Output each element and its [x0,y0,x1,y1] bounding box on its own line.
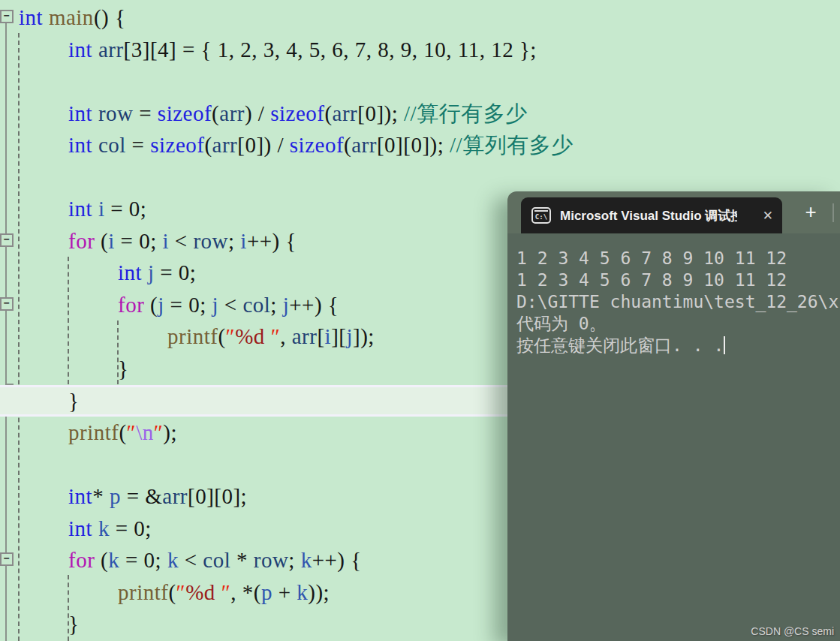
code-line[interactable]: int arr[3][4] = { 1, 2, 3, 4, 5, 6, 7, 8… [0,34,840,66]
code-token: ); [163,420,177,444]
code-token: col [242,293,270,317]
code-token: k [297,580,308,604]
code-token: arr [351,133,377,157]
code-token: ( [95,229,108,253]
code-token: = 0; [154,260,196,284]
terminal-line: 按任意键关闭此窗口. . . [516,335,840,357]
code-token: k [301,548,312,572]
code-token: ″ [154,420,164,444]
code-token: printf [118,580,168,604]
code-token: = & [121,484,162,508]
terminal-window: C:\ Microsoft Visual Studio 调试控 ✕ + 1 2 … [507,191,840,641]
code-token: ( [144,293,158,317]
cmd-icon-label: C:\ [535,212,547,222]
code-token: = 0; [110,516,152,540]
code-token: } [118,357,128,381]
code-token: ; [270,293,282,317]
code-token: )); [308,580,330,604]
code-token: * [230,548,254,572]
tab-close-icon[interactable]: ✕ [763,208,773,224]
code-token: ++) { [312,548,362,572]
code-token: ( [119,420,126,444]
code-token: ″ [271,324,281,348]
code-token: sizeof [150,133,204,157]
terminal-tab-title: Microsoft Visual Studio 调试控 [560,207,737,224]
code-token: i [162,229,169,253]
code-token: int [68,197,92,221]
fold-marker[interactable]: − [0,297,14,311]
code-token: int [19,5,43,29]
fold-marker[interactable]: − [0,552,14,566]
terminal-line: 1 2 3 4 5 6 7 8 9 10 11 12 [516,269,840,291]
terminal-line: D:\GITTE chuantimu\test_12_26\x [516,291,840,313]
code-token [92,197,98,221]
code-token: main [49,5,94,29]
code-token: arr [162,484,188,508]
code-token: ″ [226,324,236,348]
code-token: [0][0]; [188,484,247,508]
code-token: //算列有多少 [450,133,574,157]
code-token: int [68,133,92,157]
terminal-tab[interactable]: C:\ Microsoft Visual Studio 调试控 ✕ [521,197,782,233]
code-token: arr [212,133,238,157]
code-token: int [68,516,92,540]
new-tab-button[interactable]: + [799,201,823,224]
code-token: for [68,229,95,253]
code-token: [0]); [357,101,404,125]
code-line[interactable] [0,65,840,98]
code-token: int [68,38,92,62]
code-line[interactable]: int main() { [0,2,840,34]
code-token: j [158,293,164,317]
code-token: p [110,484,121,508]
code-token: [3][4] = { 1, 2, 3, 4, 5, 6, 7, 8, 9, 10… [124,38,537,62]
code-token: j [212,293,218,317]
code-token: sizeof [290,133,344,157]
code-token: int [118,260,142,284]
titlebar-divider [832,203,834,222]
code-token: < [179,548,203,572]
code-token: %d [185,580,221,604]
code-token: + [272,580,297,604]
code-token: < [169,229,193,253]
terminal-content[interactable]: 1 2 3 4 5 6 7 8 9 10 11 121 2 3 4 5 6 7 … [507,233,840,641]
code-token: ( [95,548,108,572]
code-token: ) / [245,101,270,125]
code-token: ( [204,133,212,157]
fold-marker[interactable]: − [0,10,14,23]
code-token: ( [344,133,351,157]
code-token: for [68,548,95,572]
code-token: ″ [176,580,186,604]
code-token: ″ [127,420,137,444]
terminal-titlebar[interactable]: C:\ Microsoft Visual Studio 调试控 ✕ + [507,191,840,233]
code-token: () { [94,5,125,29]
code-token: arr [98,38,124,62]
code-token: ++) { [247,229,297,253]
code-token: i [325,324,332,348]
code-token: p [261,580,272,604]
fold-marker[interactable]: − [0,233,14,247]
code-line[interactable] [0,161,840,194]
watermark: CSDN @CS semi [751,625,834,637]
code-token: int [68,484,92,508]
code-token: \n [136,420,154,444]
code-token: for [118,293,144,317]
terminal-cursor [724,336,725,354]
code-token: %d [235,324,270,348]
cmd-icon: C:\ [531,207,551,224]
code-token: = 0; [164,293,212,317]
code-token: k [108,548,119,572]
code-token: i [108,229,115,253]
code-token: ( [212,101,219,125]
code-line[interactable]: int col = sizeof(arr[0]) / sizeof(arr[0]… [0,129,840,161]
code-token: //算行有多少 [404,101,528,125]
code-token: [ [317,324,324,348]
code-token: [0][0]); [377,133,450,157]
code-token: < [218,293,242,317]
code-token: } [68,612,79,636]
code-token: row [254,548,289,572]
code-token [142,260,148,284]
code-token: * [92,484,110,508]
code-line[interactable]: int row = sizeof(arr) / sizeof(arr[0]); … [0,98,840,130]
code-token [92,101,98,125]
code-token: col [203,548,230,572]
